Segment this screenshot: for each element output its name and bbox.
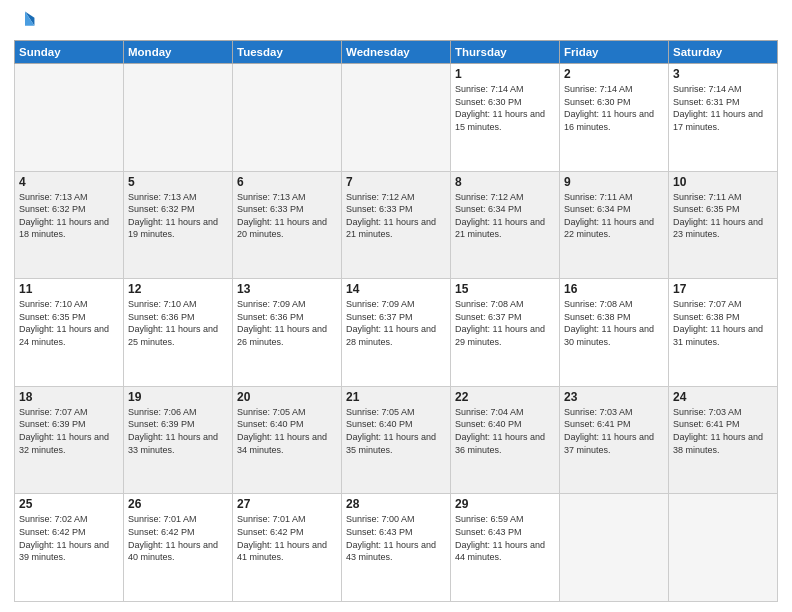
- day-detail: Sunrise: 7:10 AMSunset: 6:36 PMDaylight:…: [128, 298, 228, 348]
- calendar-cell: 7Sunrise: 7:12 AMSunset: 6:33 PMDaylight…: [342, 171, 451, 279]
- day-number: 14: [346, 282, 446, 296]
- day-detail: Sunrise: 7:12 AMSunset: 6:34 PMDaylight:…: [455, 191, 555, 241]
- day-detail: Sunrise: 7:11 AMSunset: 6:35 PMDaylight:…: [673, 191, 773, 241]
- day-detail: Sunrise: 7:14 AMSunset: 6:31 PMDaylight:…: [673, 83, 773, 133]
- calendar-cell: [15, 64, 124, 172]
- calendar-cell: 17Sunrise: 7:07 AMSunset: 6:38 PMDayligh…: [669, 279, 778, 387]
- calendar-cell: [560, 494, 669, 602]
- day-number: 28: [346, 497, 446, 511]
- calendar-cell: 5Sunrise: 7:13 AMSunset: 6:32 PMDaylight…: [124, 171, 233, 279]
- day-detail: Sunrise: 7:05 AMSunset: 6:40 PMDaylight:…: [237, 406, 337, 456]
- day-detail: Sunrise: 7:08 AMSunset: 6:38 PMDaylight:…: [564, 298, 664, 348]
- weekday-header-tuesday: Tuesday: [233, 41, 342, 64]
- day-detail: Sunrise: 7:09 AMSunset: 6:36 PMDaylight:…: [237, 298, 337, 348]
- day-number: 5: [128, 175, 228, 189]
- day-number: 4: [19, 175, 119, 189]
- calendar-cell: 4Sunrise: 7:13 AMSunset: 6:32 PMDaylight…: [15, 171, 124, 279]
- day-number: 3: [673, 67, 773, 81]
- weekday-header-monday: Monday: [124, 41, 233, 64]
- day-number: 25: [19, 497, 119, 511]
- calendar-cell: 24Sunrise: 7:03 AMSunset: 6:41 PMDayligh…: [669, 386, 778, 494]
- calendar-cell: 8Sunrise: 7:12 AMSunset: 6:34 PMDaylight…: [451, 171, 560, 279]
- calendar-cell: 26Sunrise: 7:01 AMSunset: 6:42 PMDayligh…: [124, 494, 233, 602]
- day-number: 24: [673, 390, 773, 404]
- day-number: 9: [564, 175, 664, 189]
- day-detail: Sunrise: 7:02 AMSunset: 6:42 PMDaylight:…: [19, 513, 119, 563]
- day-detail: Sunrise: 7:13 AMSunset: 6:32 PMDaylight:…: [128, 191, 228, 241]
- day-detail: Sunrise: 7:12 AMSunset: 6:33 PMDaylight:…: [346, 191, 446, 241]
- day-number: 2: [564, 67, 664, 81]
- calendar-cell: 22Sunrise: 7:04 AMSunset: 6:40 PMDayligh…: [451, 386, 560, 494]
- calendar-cell: 27Sunrise: 7:01 AMSunset: 6:42 PMDayligh…: [233, 494, 342, 602]
- day-number: 22: [455, 390, 555, 404]
- logo: [14, 10, 40, 32]
- calendar-cell: 20Sunrise: 7:05 AMSunset: 6:40 PMDayligh…: [233, 386, 342, 494]
- calendar-cell: 12Sunrise: 7:10 AMSunset: 6:36 PMDayligh…: [124, 279, 233, 387]
- day-number: 19: [128, 390, 228, 404]
- calendar-cell: 19Sunrise: 7:06 AMSunset: 6:39 PMDayligh…: [124, 386, 233, 494]
- day-detail: Sunrise: 7:14 AMSunset: 6:30 PMDaylight:…: [564, 83, 664, 133]
- day-number: 6: [237, 175, 337, 189]
- calendar-cell: 11Sunrise: 7:10 AMSunset: 6:35 PMDayligh…: [15, 279, 124, 387]
- calendar-cell: 2Sunrise: 7:14 AMSunset: 6:30 PMDaylight…: [560, 64, 669, 172]
- day-number: 26: [128, 497, 228, 511]
- calendar-cell: 6Sunrise: 7:13 AMSunset: 6:33 PMDaylight…: [233, 171, 342, 279]
- day-detail: Sunrise: 7:13 AMSunset: 6:32 PMDaylight:…: [19, 191, 119, 241]
- day-detail: Sunrise: 7:06 AMSunset: 6:39 PMDaylight:…: [128, 406, 228, 456]
- day-number: 10: [673, 175, 773, 189]
- day-number: 17: [673, 282, 773, 296]
- day-number: 20: [237, 390, 337, 404]
- calendar-cell: 25Sunrise: 7:02 AMSunset: 6:42 PMDayligh…: [15, 494, 124, 602]
- day-detail: Sunrise: 7:08 AMSunset: 6:37 PMDaylight:…: [455, 298, 555, 348]
- day-detail: Sunrise: 7:13 AMSunset: 6:33 PMDaylight:…: [237, 191, 337, 241]
- day-detail: Sunrise: 7:10 AMSunset: 6:35 PMDaylight:…: [19, 298, 119, 348]
- day-number: 21: [346, 390, 446, 404]
- day-number: 27: [237, 497, 337, 511]
- calendar-cell: 21Sunrise: 7:05 AMSunset: 6:40 PMDayligh…: [342, 386, 451, 494]
- calendar-cell: 29Sunrise: 6:59 AMSunset: 6:43 PMDayligh…: [451, 494, 560, 602]
- day-number: 8: [455, 175, 555, 189]
- calendar-cell: [669, 494, 778, 602]
- calendar-cell: 13Sunrise: 7:09 AMSunset: 6:36 PMDayligh…: [233, 279, 342, 387]
- weekday-header-sunday: Sunday: [15, 41, 124, 64]
- day-detail: Sunrise: 7:03 AMSunset: 6:41 PMDaylight:…: [673, 406, 773, 456]
- day-number: 11: [19, 282, 119, 296]
- day-detail: Sunrise: 7:01 AMSunset: 6:42 PMDaylight:…: [128, 513, 228, 563]
- day-number: 13: [237, 282, 337, 296]
- calendar-cell: 16Sunrise: 7:08 AMSunset: 6:38 PMDayligh…: [560, 279, 669, 387]
- calendar-cell: 23Sunrise: 7:03 AMSunset: 6:41 PMDayligh…: [560, 386, 669, 494]
- day-detail: Sunrise: 7:04 AMSunset: 6:40 PMDaylight:…: [455, 406, 555, 456]
- calendar-cell: 14Sunrise: 7:09 AMSunset: 6:37 PMDayligh…: [342, 279, 451, 387]
- day-number: 29: [455, 497, 555, 511]
- calendar-cell: 18Sunrise: 7:07 AMSunset: 6:39 PMDayligh…: [15, 386, 124, 494]
- weekday-header-saturday: Saturday: [669, 41, 778, 64]
- calendar-cell: 10Sunrise: 7:11 AMSunset: 6:35 PMDayligh…: [669, 171, 778, 279]
- day-number: 1: [455, 67, 555, 81]
- day-number: 18: [19, 390, 119, 404]
- calendar-cell: [342, 64, 451, 172]
- logo-icon: [14, 10, 36, 32]
- day-number: 23: [564, 390, 664, 404]
- weekday-header-friday: Friday: [560, 41, 669, 64]
- day-detail: Sunrise: 7:03 AMSunset: 6:41 PMDaylight:…: [564, 406, 664, 456]
- calendar-table: SundayMondayTuesdayWednesdayThursdayFrid…: [14, 40, 778, 602]
- day-detail: Sunrise: 7:05 AMSunset: 6:40 PMDaylight:…: [346, 406, 446, 456]
- day-detail: Sunrise: 7:11 AMSunset: 6:34 PMDaylight:…: [564, 191, 664, 241]
- day-detail: Sunrise: 7:00 AMSunset: 6:43 PMDaylight:…: [346, 513, 446, 563]
- day-detail: Sunrise: 7:09 AMSunset: 6:37 PMDaylight:…: [346, 298, 446, 348]
- calendar-cell: 9Sunrise: 7:11 AMSunset: 6:34 PMDaylight…: [560, 171, 669, 279]
- calendar-cell: [233, 64, 342, 172]
- calendar-cell: 15Sunrise: 7:08 AMSunset: 6:37 PMDayligh…: [451, 279, 560, 387]
- calendar-cell: 3Sunrise: 7:14 AMSunset: 6:31 PMDaylight…: [669, 64, 778, 172]
- weekday-header-thursday: Thursday: [451, 41, 560, 64]
- day-detail: Sunrise: 7:07 AMSunset: 6:39 PMDaylight:…: [19, 406, 119, 456]
- calendar-cell: 1Sunrise: 7:14 AMSunset: 6:30 PMDaylight…: [451, 64, 560, 172]
- day-detail: Sunrise: 7:14 AMSunset: 6:30 PMDaylight:…: [455, 83, 555, 133]
- day-detail: Sunrise: 6:59 AMSunset: 6:43 PMDaylight:…: [455, 513, 555, 563]
- day-number: 15: [455, 282, 555, 296]
- day-number: 16: [564, 282, 664, 296]
- weekday-header-wednesday: Wednesday: [342, 41, 451, 64]
- day-detail: Sunrise: 7:01 AMSunset: 6:42 PMDaylight:…: [237, 513, 337, 563]
- calendar-cell: 28Sunrise: 7:00 AMSunset: 6:43 PMDayligh…: [342, 494, 451, 602]
- day-number: 12: [128, 282, 228, 296]
